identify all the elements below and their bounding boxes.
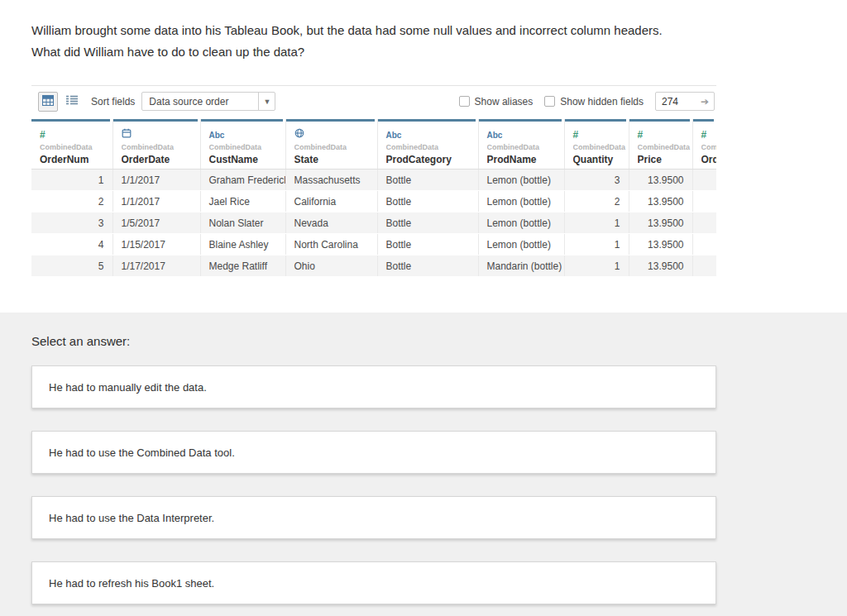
column-source-label: CombinedData [122, 143, 200, 151]
table-row: 31/5/2017Nolan SlaterNevadaBottleLemon (… [31, 212, 716, 234]
cell[interactable] [692, 255, 716, 277]
sort-order-dropdown[interactable]: Data source order ▼ [141, 92, 275, 111]
column-source-label: CombinedData [386, 143, 478, 151]
cell[interactable]: 1/17/2017 [112, 255, 200, 277]
answer-option-2[interactable]: He had to use the Combined Data tool. [31, 431, 716, 474]
list-view-button[interactable] [63, 92, 81, 112]
cell[interactable]: 13.9500 [629, 212, 692, 234]
sort-order-value: Data source order [142, 96, 258, 107]
show-hidden-fields-label: Show hidden fields [560, 96, 644, 107]
cell[interactable]: 13.9500 [629, 234, 692, 255]
cell[interactable]: 1/15/2017 [112, 234, 200, 255]
grid-view-button[interactable] [38, 92, 58, 112]
cell[interactable]: Nevada [285, 212, 377, 234]
answer-option-1[interactable]: He had to manually edit the data. [31, 365, 716, 408]
question-text: William brought some data into his Table… [0, 0, 687, 63]
column-name-label: Price [638, 154, 692, 165]
column-source-label: CombinedData [487, 143, 564, 151]
cell[interactable]: 1 [564, 255, 629, 277]
cell[interactable]: North Carolina [285, 234, 377, 255]
cell[interactable]: Lemon (bottle) [478, 234, 564, 255]
data-grid: #CombinedDataOrderNumCombinedDataOrderDa… [31, 119, 716, 277]
data-grid-container: #CombinedDataOrderNumCombinedDataOrderDa… [31, 119, 716, 277]
cell[interactable]: Jael Rice [200, 191, 285, 212]
cell[interactable]: 1/1/2017 [112, 170, 200, 191]
list-view-icon [66, 95, 78, 107]
show-aliases-label: Show aliases [475, 96, 534, 107]
column-name-label: CustName [209, 154, 285, 165]
globe-icon [294, 128, 304, 140]
cell[interactable]: 3 [564, 170, 629, 191]
table-row: 51/17/2017Medge RatliffOhioBottleMandari… [31, 255, 716, 277]
answer-list: He had to manually edit the data. He had… [31, 365, 716, 604]
cell[interactable]: 1 [564, 234, 629, 255]
column-name-label: ProdCategory [386, 154, 478, 165]
show-aliases-checkbox[interactable] [459, 96, 470, 107]
toolbar-right-group: Show aliases Show hidden fields ➔ [459, 92, 716, 111]
column-header-prodname[interactable]: AbcCombinedDataProdName [478, 119, 564, 170]
column-header-orderdate[interactable]: CombinedDataOrderDate [112, 119, 200, 170]
cell[interactable]: Medge Ratliff [200, 255, 285, 277]
answer-option-4[interactable]: He had to refresh his Book1 sheet. [31, 561, 716, 604]
column-source-label: CombinedData [638, 143, 692, 151]
cell[interactable]: Ohio [285, 255, 377, 277]
cell[interactable]: Bottle [377, 170, 478, 191]
cell[interactable]: 1/1/2017 [112, 191, 200, 212]
hash-icon: # [573, 129, 579, 141]
column-header-orde[interactable]: #CombOrde [692, 119, 716, 170]
cell[interactable]: 2 [31, 191, 112, 212]
column-header-custname[interactable]: AbcCombinedDataCustName [200, 119, 285, 170]
cell[interactable]: Nolan Slater [200, 212, 285, 234]
answer-prompt: Select an answer: [31, 334, 847, 348]
header-row: #CombinedDataOrderNumCombinedDataOrderDa… [31, 119, 716, 170]
column-source-label: CombinedData [573, 143, 629, 151]
column-name-label: ProdName [487, 154, 564, 165]
cell[interactable]: 2 [564, 191, 629, 212]
row-count-field: ➔ [655, 92, 715, 111]
cell[interactable]: Graham Frederick [200, 170, 285, 191]
cell[interactable]: Massachusetts [285, 170, 377, 191]
cell[interactable] [692, 234, 716, 255]
table-row: 21/1/2017Jael RiceCaliforniaBottleLemon … [31, 191, 716, 212]
column-header-quantity[interactable]: #CombinedDataQuantity [564, 119, 629, 170]
cell[interactable]: 1/5/2017 [112, 212, 200, 234]
cell[interactable]: Blaine Ashley [200, 234, 285, 255]
cell[interactable]: Lemon (bottle) [478, 191, 564, 212]
cell[interactable]: 3 [31, 212, 112, 234]
cell[interactable]: Bottle [377, 234, 478, 255]
cell[interactable]: Lemon (bottle) [478, 212, 564, 234]
cell[interactable]: 1 [31, 170, 112, 191]
cell[interactable]: Bottle [377, 212, 478, 234]
row-count-input[interactable] [656, 96, 694, 107]
cell[interactable]: 13.9500 [629, 191, 692, 212]
column-header-prodcategory[interactable]: AbcCombinedDataProdCategory [377, 119, 478, 170]
cell[interactable]: 5 [31, 255, 112, 277]
cell[interactable] [692, 170, 716, 191]
cell[interactable]: California [285, 191, 377, 212]
cell[interactable]: 13.9500 [629, 255, 692, 277]
cell[interactable]: 13.9500 [629, 170, 692, 191]
chevron-down-icon: ▼ [258, 93, 275, 110]
show-hidden-fields-checkbox[interactable] [544, 96, 555, 107]
cell[interactable] [692, 212, 716, 234]
column-header-price[interactable]: #CombinedDataPrice [629, 119, 692, 170]
column-source-label: Comb [701, 143, 716, 151]
cell[interactable]: 1 [564, 212, 629, 234]
column-header-ordernum[interactable]: #CombinedDataOrderNum [31, 119, 112, 170]
abc-icon: Abc [209, 130, 225, 141]
sort-fields-label: Sort fields [91, 96, 135, 107]
cell[interactable] [692, 191, 716, 212]
cell[interactable]: Mandarin (bottle) [478, 255, 564, 277]
cell[interactable]: Lemon (bottle) [478, 170, 564, 191]
column-name-label: OrderDate [122, 154, 200, 165]
answer-option-3[interactable]: He had to use the Data Interpreter. [31, 496, 716, 539]
cell[interactable]: 4 [31, 234, 112, 255]
table-row: 41/15/2017Blaine AshleyNorth CarolinaBot… [31, 234, 716, 255]
answer-section: Select an answer: He had to manually edi… [0, 313, 847, 616]
cell[interactable]: Bottle [377, 191, 478, 212]
hash-icon: # [701, 129, 707, 141]
cell[interactable]: Bottle [377, 255, 478, 277]
column-header-state[interactable]: CombinedDataState [285, 119, 377, 170]
column-name-label: OrderNum [40, 154, 112, 165]
right-arrow-icon[interactable]: ➔ [694, 96, 714, 107]
